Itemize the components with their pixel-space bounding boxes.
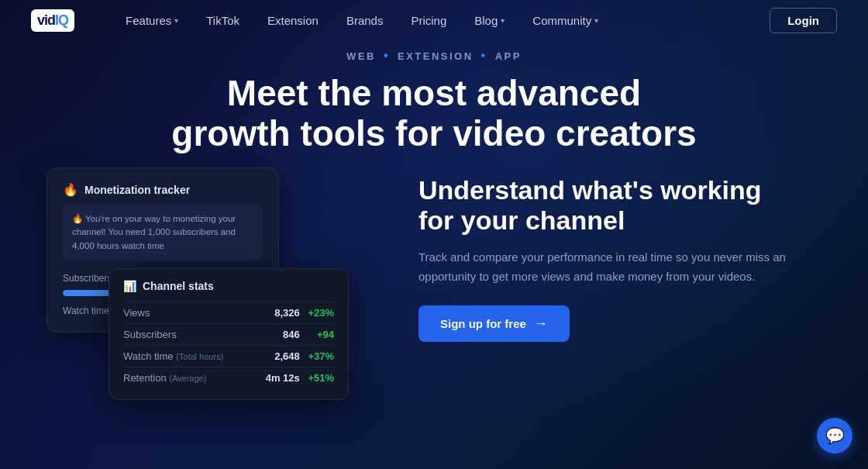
stats-table: Views 8,326 +23% Subscribers 846 +94 Wat…: [123, 302, 334, 388]
subscribers-label: Subscribers: [63, 273, 112, 284]
watch-time-label: Watch time: [63, 305, 109, 316]
subtitle-extension: EXTENSION: [398, 50, 474, 62]
card-title-row: 🔥 Monetization tracker: [63, 182, 263, 197]
subtitle-app: APP: [495, 50, 522, 62]
bar-chart-icon: 📊: [123, 280, 136, 292]
channel-stats-title: 📊 Channel stats: [123, 280, 334, 292]
right-description: Track and compare your performance in re…: [418, 248, 822, 287]
logo-vid: vid: [37, 12, 55, 29]
table-row: Retention (Average) 4m 12s +51%: [123, 367, 334, 389]
subtitle-web: WEB: [346, 50, 376, 62]
chevron-down-icon: ▾: [594, 16, 598, 25]
nav-community[interactable]: Community ▾: [518, 0, 612, 41]
stat-value: 2,648: [255, 346, 300, 367]
nav-brands[interactable]: Brands: [332, 0, 398, 41]
stat-label: Subscribers: [123, 324, 255, 346]
logo-iq: IQ: [55, 12, 68, 29]
stat-value: 4m 12s: [255, 367, 300, 389]
chevron-down-icon: ▾: [174, 16, 178, 25]
stat-value: 8,326: [255, 302, 300, 324]
nav-blog[interactable]: Blog ▾: [460, 0, 518, 41]
chevron-down-icon: ▾: [501, 16, 505, 25]
stat-change: +37%: [300, 346, 334, 367]
fire-icon: 🔥: [63, 182, 78, 197]
chat-bubble[interactable]: 💬: [817, 418, 852, 453]
stat-label: Watch time (Total hours): [123, 346, 255, 367]
logo[interactable]: vidIQ: [31, 9, 74, 32]
mockup-container: 🔥 Monetization tracker 🔥 You're on your …: [46, 167, 372, 333]
channel-stats-card: 📊 Channel stats Views 8,326 +23% Subscri…: [108, 268, 349, 400]
fire-icon-2: 🔥: [72, 214, 85, 223]
nav-links: Features ▾ TikTok Extension Brands Prici…: [112, 0, 770, 41]
main-content: 🔥 Monetization tracker 🔥 You're on your …: [0, 153, 868, 342]
right-panel: Understand what's working for your chann…: [418, 167, 822, 342]
stat-sublabel: (Average): [169, 374, 206, 383]
arrow-icon: →: [534, 316, 548, 332]
monetization-title: Monetization tracker: [84, 184, 190, 196]
nav-tiktok[interactable]: TikTok: [192, 0, 253, 41]
cta-label: Sign up for free: [440, 317, 526, 330]
stat-sublabel: (Total hours): [176, 352, 223, 361]
dot-icon-2: •: [481, 49, 487, 63]
chat-icon: 💬: [825, 426, 845, 445]
stat-change: +94: [300, 324, 334, 346]
stat-change: +23%: [300, 302, 334, 324]
nav-pricing[interactable]: Pricing: [397, 0, 460, 41]
table-row: Views 8,326 +23%: [123, 302, 334, 324]
dot-icon-1: •: [384, 49, 390, 63]
stat-value: 846: [255, 324, 300, 346]
hero-section: Meet the most advanced growth tools for …: [0, 74, 868, 153]
navigation: vidIQ Features ▾ TikTok Extension Brands…: [0, 0, 868, 41]
stat-change: +51%: [300, 367, 334, 389]
table-row: Subscribers 846 +94: [123, 324, 334, 346]
stat-label: Views: [123, 302, 255, 324]
login-button[interactable]: Login: [770, 8, 837, 33]
subtitle-row: WEB • EXTENSION • APP: [0, 49, 868, 63]
stat-label: Retention (Average): [123, 367, 255, 389]
monetization-message: 🔥 You're on your way to monetizing your …: [63, 205, 263, 260]
cta-button[interactable]: Sign up for free →: [418, 305, 570, 342]
nav-features[interactable]: Features ▾: [112, 0, 192, 41]
hero-title: Meet the most advanced growth tools for …: [31, 74, 837, 153]
right-title: Understand what's working for your chann…: [418, 175, 822, 236]
nav-extension[interactable]: Extension: [253, 0, 332, 41]
table-row: Watch time (Total hours) 2,648 +37%: [123, 346, 334, 367]
